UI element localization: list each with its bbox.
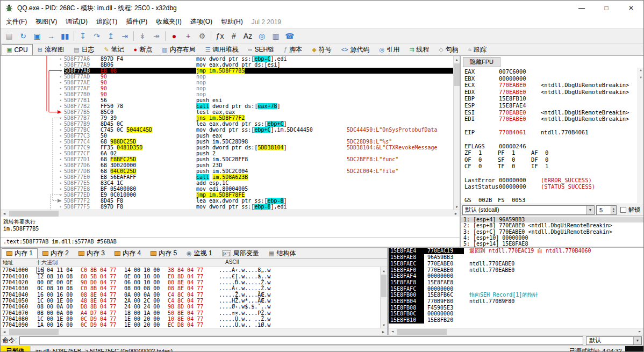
flag[interactable]: GS002B: [464, 197, 498, 204]
argument-row[interactable]: 3: [esp+C] 770EABE0 <ntdll.DbgUiRemoteBr…: [461, 229, 643, 235]
stack-row[interactable]: 15E8FB1015E8FB20: [389, 317, 643, 324]
breakpoint-gutter[interactable]: •: [1, 56, 64, 62]
breakpoint-dot-icon[interactable]: •: [59, 181, 62, 186]
register-row[interactable]: EBP15E8FB10: [464, 95, 643, 102]
scroll-right-icon[interactable]: ►: [452, 212, 460, 215]
flag[interactable]: TF0: [498, 163, 531, 170]
breakpoint-dot-icon[interactable]: •: [59, 110, 62, 115]
tab-handles[interactable]: ◇句柄: [434, 44, 463, 55]
breakpoint-dot-icon[interactable]: •: [59, 122, 62, 127]
scroll-down-icon[interactable]: ▼: [454, 203, 460, 210]
tab-call-stack[interactable]: ☰调用堆栈: [201, 44, 244, 55]
breakpoint-gutter[interactable]: •: [1, 186, 64, 192]
stack-row[interactable]: 15E8FAF400000000: [389, 273, 643, 279]
breakpoint-dot-icon[interactable]: •: [59, 152, 62, 156]
flags-row[interactable]: OF0SF0DF0: [464, 156, 643, 163]
stack-row[interactable]: 15E8FAE896A59BB3: [389, 254, 643, 261]
disassembly-rows[interactable]: ▲ ▼ •5D8F77A6897D F4mov dword ptr ss:[eb…: [1, 56, 460, 210]
tab-memory-0[interactable]: 内存 1: [2, 248, 38, 258]
stack-row[interactable]: 15E8FB0015E8FB6C指向SEH_Record[1]的指针: [389, 292, 643, 298]
disasm-row[interactable]: •5D8F77C350push eax: [1, 133, 453, 139]
stack-row[interactable]: 15E8FAEC770EABE0ntdll.770EABE0: [389, 261, 643, 267]
run-button[interactable]: →: [44, 30, 58, 42]
argument-row[interactable]: 4: [esp+10] 00000000: [461, 235, 643, 241]
breakpoint-gutter[interactable]: •: [1, 74, 64, 80]
register-row[interactable]: EDX770EABE0<ntdll.DbgUiRemoteBreakin>: [464, 89, 643, 96]
disasm-row[interactable]: •5D8F77F5897D F8mov dword ptr ss:[ebp-8]…: [1, 204, 453, 210]
breakpoint-gutter[interactable]: •: [1, 145, 64, 150]
menu-item-6[interactable]: 选项(O): [186, 16, 217, 28]
breakpoint-dot-icon[interactable]: •: [59, 63, 62, 68]
disasm-row[interactable]: •5D8F77B2FF50 78call dword ptr ds:[eax+7…: [1, 103, 453, 109]
breakpoint-dot-icon[interactable]: •: [59, 134, 62, 139]
flags-row[interactable]: GS002BFS0053: [464, 197, 643, 204]
breakpoint-dot-icon[interactable]: •: [59, 157, 62, 162]
flags-row[interactable]: ZF1PF1AF0: [464, 149, 643, 156]
step-into-button[interactable]: ↧: [76, 30, 90, 42]
breakpoint-dot-icon[interactable]: •: [59, 92, 62, 97]
search-button[interactable]: ◎: [255, 30, 269, 42]
argument-row[interactable]: 5: [esp+14] 15E8FAE8: [461, 241, 643, 247]
memory-row[interactable]: 7704102000 0E 00 0E90 D0 04 7706 00 10 0…: [1, 279, 380, 285]
disassembly-vscrollbar[interactable]: ▲ ▼: [453, 56, 460, 210]
scroll-thumb[interactable]: [381, 275, 387, 297]
breakpoint-gutter[interactable]: •: [1, 62, 64, 68]
maximize-button[interactable]: □: [594, 1, 619, 16]
breakpoint-dot-icon[interactable]: •: [59, 98, 62, 103]
memory-row[interactable]: 770410501C 00 1E 0048 8E 04 772A 00 2C 0…: [1, 298, 380, 304]
flag[interactable]: AF0: [531, 149, 564, 156]
tab-memory-1[interactable]: 内存 2: [38, 248, 74, 258]
disasm-row[interactable]: •5D8F77B585C0test eax,eax: [1, 109, 453, 115]
hide-fpu-button[interactable]: 隐藏FPU: [463, 57, 500, 67]
tab-breakpoints[interactable]: ●断点: [129, 44, 158, 55]
scroll-left-icon[interactable]: ◄: [1, 212, 8, 215]
breakpoint-gutter[interactable]: •: [1, 204, 64, 210]
disasm-row[interactable]: •5D8F77A98B06mov eax,dword ptr ds:[esi]: [1, 62, 453, 68]
selected-byte[interactable]: 16: [37, 267, 44, 273]
breakpoint-dot-icon[interactable]: •: [59, 169, 62, 174]
tab-cpu[interactable]: ▣CPU: [2, 44, 33, 55]
stack-row[interactable]: 15E8FAE4770EAC19返回到 ntdll.770EAC19 自 ntd…: [389, 248, 643, 254]
scroll-thumb[interactable]: [9, 211, 59, 217]
flag[interactable]: PF1: [498, 149, 531, 156]
breakpoint-dot-icon[interactable]: •: [59, 163, 62, 168]
scroll-down-icon[interactable]: ▼: [381, 321, 387, 328]
menu-item-3[interactable]: 追踪(T): [92, 16, 121, 28]
disasm-row[interactable]: •5D8F77EDE9 0C010000jmp im.5D8F78FE: [1, 192, 453, 198]
scroll-right-icon[interactable]: ►: [636, 329, 643, 334]
stack-rows[interactable]: 15E8FAE4770EAC19返回到 ntdll.770EAC19 自 ntd…: [389, 248, 643, 328]
scroll-left-icon[interactable]: ◄: [1, 330, 8, 334]
tab-references[interactable]: ◎引用: [375, 44, 405, 55]
disasm-row[interactable]: •5D8F77B090nop: [1, 91, 453, 97]
command-profile-dropdown[interactable]: 默认 ▼: [586, 336, 642, 345]
tab-trace[interactable]: ≈跟踪: [463, 44, 491, 55]
register-row[interactable]: EBX00000000: [464, 75, 643, 82]
tab-memory-6[interactable]: [x=]局部变量: [217, 248, 264, 258]
flag[interactable]: CF0: [464, 163, 498, 170]
disasm-row[interactable]: •5D8F77E0E8 56EAFAFFcall im.5D8A623B: [1, 174, 453, 180]
memory-row[interactable]: 770410901A 00 16 000C D9 04 771E 00 20 0…: [1, 322, 380, 328]
tab-symbols[interactable]: ◆符号: [307, 44, 336, 55]
argument-count-spinner[interactable]: 5 ▲▼: [596, 205, 617, 215]
disasm-row[interactable]: •5D8F77A6897D F4mov dword ptr ss:[ebp-C]…: [1, 56, 453, 62]
disasm-row[interactable]: •5D8F77ABEB 08jmp im.5D8F77B5: [1, 68, 453, 74]
stack-row[interactable]: 15E8FB0C00000000: [389, 311, 643, 317]
breakpoint-gutter[interactable]: •: [1, 115, 64, 121]
breakpoint-gutter[interactable]: •: [1, 156, 64, 162]
unlock-checkbox[interactable]: 解锁: [618, 206, 642, 214]
stop-button[interactable]: ▣: [30, 30, 44, 42]
tab-log[interactable]: ▤日志: [69, 44, 99, 55]
memory-row[interactable]: 7704100016 04 11 04C0 8B 04 7714 00 10 0…: [1, 267, 380, 273]
stack-hscrollbar[interactable]: ◄ ►: [389, 328, 643, 335]
flag[interactable]: ZF1: [464, 149, 498, 156]
flag[interactable]: IF1: [531, 163, 564, 170]
memory-row[interactable]: 7704107008 00 0A 00A4 D7 04 7718 00 1A 0…: [1, 310, 380, 316]
breakpoint-gutter[interactable]: •: [1, 97, 64, 103]
breakpoint-gutter[interactable]: •: [1, 121, 64, 127]
scroll-thumb[interactable]: [397, 329, 447, 335]
disasm-row[interactable]: •5D8F77B156push esi: [1, 97, 453, 103]
disasm-row[interactable]: •5D8F77B779 39jns im.5D8F77F2: [1, 115, 453, 121]
breakpoint-dot-icon[interactable]: •: [59, 75, 62, 80]
tab-threads[interactable]: ⇉线程: [404, 44, 434, 55]
breakpoint-gutter[interactable]: •: [1, 109, 64, 115]
